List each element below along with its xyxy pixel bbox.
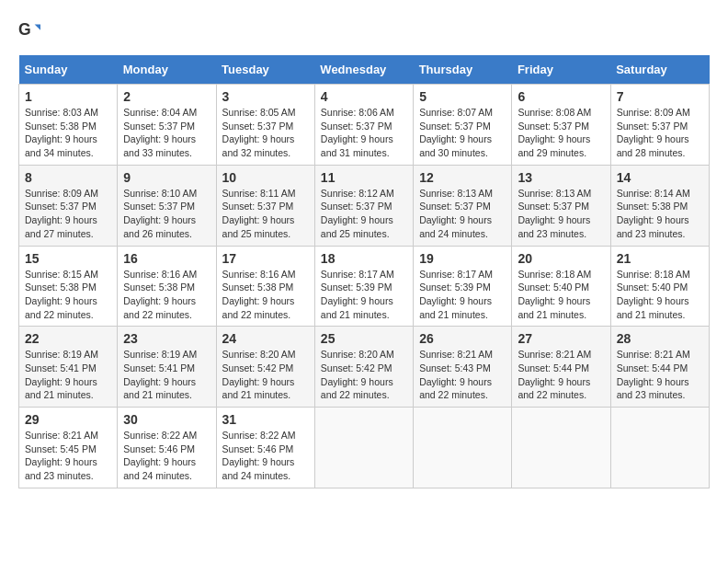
col-sunday: Sunday xyxy=(19,55,118,85)
day-info: Sunrise: 8:09 AM Sunset: 5:37 PM Dayligh… xyxy=(25,187,111,241)
day-number: 22 xyxy=(25,331,111,346)
day-number: 31 xyxy=(222,412,309,427)
table-row: 30 Sunrise: 8:22 AM Sunset: 5:46 PM Dayl… xyxy=(118,408,216,488)
table-row: 22 Sunrise: 8:19 AM Sunset: 5:41 PM Dayl… xyxy=(19,327,118,408)
col-friday: Friday xyxy=(512,55,610,85)
calendar-week-row: 1 Sunrise: 8:03 AM Sunset: 5:38 PM Dayli… xyxy=(19,85,710,166)
day-number: 8 xyxy=(25,170,111,185)
day-info: Sunrise: 8:22 AM Sunset: 5:46 PM Dayligh… xyxy=(123,429,210,483)
table-row: 9 Sunrise: 8:10 AM Sunset: 5:37 PM Dayli… xyxy=(118,165,216,246)
day-number: 17 xyxy=(222,251,309,266)
day-info: Sunrise: 8:19 AM Sunset: 5:41 PM Dayligh… xyxy=(25,348,111,402)
day-number: 5 xyxy=(419,89,506,104)
calendar-table: Sunday Monday Tuesday Wednesday Thursday… xyxy=(18,55,710,488)
day-number: 28 xyxy=(617,331,703,346)
day-info: Sunrise: 8:16 AM Sunset: 5:38 PM Dayligh… xyxy=(222,268,309,322)
logo: G xyxy=(18,18,44,40)
svg-text:G: G xyxy=(18,20,31,39)
day-info: Sunrise: 8:12 AM Sunset: 5:37 PM Dayligh… xyxy=(321,187,407,241)
table-row: 1 Sunrise: 8:03 AM Sunset: 5:38 PM Dayli… xyxy=(19,85,118,166)
day-info: Sunrise: 8:16 AM Sunset: 5:38 PM Dayligh… xyxy=(123,268,210,322)
day-number: 15 xyxy=(25,251,111,266)
day-number: 24 xyxy=(222,331,309,346)
day-info: Sunrise: 8:08 AM Sunset: 5:37 PM Dayligh… xyxy=(518,106,604,160)
table-row: 21 Sunrise: 8:18 AM Sunset: 5:40 PM Dayl… xyxy=(610,246,709,327)
table-row xyxy=(512,408,610,488)
day-info: Sunrise: 8:14 AM Sunset: 5:38 PM Dayligh… xyxy=(617,187,703,241)
table-row: 3 Sunrise: 8:05 AM Sunset: 5:37 PM Dayli… xyxy=(216,85,314,166)
day-number: 9 xyxy=(123,170,210,185)
table-row: 24 Sunrise: 8:20 AM Sunset: 5:42 PM Dayl… xyxy=(216,327,314,408)
day-info: Sunrise: 8:22 AM Sunset: 5:46 PM Dayligh… xyxy=(222,429,309,483)
calendar-header-row: Sunday Monday Tuesday Wednesday Thursday… xyxy=(19,55,710,85)
table-row: 6 Sunrise: 8:08 AM Sunset: 5:37 PM Dayli… xyxy=(512,85,610,166)
table-row: 18 Sunrise: 8:17 AM Sunset: 5:39 PM Dayl… xyxy=(314,246,413,327)
day-number: 12 xyxy=(419,170,506,185)
table-row: 25 Sunrise: 8:20 AM Sunset: 5:42 PM Dayl… xyxy=(314,327,413,408)
svg-marker-1 xyxy=(35,24,40,29)
day-number: 13 xyxy=(518,170,604,185)
table-row: 16 Sunrise: 8:16 AM Sunset: 5:38 PM Dayl… xyxy=(118,246,216,327)
day-info: Sunrise: 8:15 AM Sunset: 5:38 PM Dayligh… xyxy=(25,268,111,322)
day-info: Sunrise: 8:13 AM Sunset: 5:37 PM Dayligh… xyxy=(419,187,506,241)
day-info: Sunrise: 8:18 AM Sunset: 5:40 PM Dayligh… xyxy=(617,268,703,322)
table-row: 29 Sunrise: 8:21 AM Sunset: 5:45 PM Dayl… xyxy=(19,408,118,488)
table-row: 17 Sunrise: 8:16 AM Sunset: 5:38 PM Dayl… xyxy=(216,246,314,327)
col-wednesday: Wednesday xyxy=(314,55,413,85)
day-number: 29 xyxy=(25,412,111,427)
table-row: 26 Sunrise: 8:21 AM Sunset: 5:43 PM Dayl… xyxy=(414,327,512,408)
table-row: 4 Sunrise: 8:06 AM Sunset: 5:37 PM Dayli… xyxy=(314,85,413,166)
day-number: 21 xyxy=(617,251,703,266)
day-number: 4 xyxy=(321,89,407,104)
day-info: Sunrise: 8:21 AM Sunset: 5:43 PM Dayligh… xyxy=(419,348,506,402)
col-tuesday: Tuesday xyxy=(216,55,314,85)
table-row: 28 Sunrise: 8:21 AM Sunset: 5:44 PM Dayl… xyxy=(610,327,709,408)
col-thursday: Thursday xyxy=(414,55,512,85)
day-info: Sunrise: 8:21 AM Sunset: 5:45 PM Dayligh… xyxy=(25,429,111,483)
day-info: Sunrise: 8:19 AM Sunset: 5:41 PM Dayligh… xyxy=(123,348,210,402)
day-info: Sunrise: 8:09 AM Sunset: 5:37 PM Dayligh… xyxy=(617,106,703,160)
table-row: 20 Sunrise: 8:18 AM Sunset: 5:40 PM Dayl… xyxy=(512,246,610,327)
table-row: 7 Sunrise: 8:09 AM Sunset: 5:37 PM Dayli… xyxy=(610,85,709,166)
header: G xyxy=(18,18,710,40)
day-info: Sunrise: 8:10 AM Sunset: 5:37 PM Dayligh… xyxy=(123,187,210,241)
day-number: 14 xyxy=(617,170,703,185)
logo-icon: G xyxy=(18,18,40,40)
table-row: 31 Sunrise: 8:22 AM Sunset: 5:46 PM Dayl… xyxy=(216,408,314,488)
day-number: 7 xyxy=(617,89,703,104)
day-number: 10 xyxy=(222,170,309,185)
day-info: Sunrise: 8:07 AM Sunset: 5:37 PM Dayligh… xyxy=(419,106,506,160)
table-row: 2 Sunrise: 8:04 AM Sunset: 5:37 PM Dayli… xyxy=(118,85,216,166)
day-number: 18 xyxy=(321,251,407,266)
day-info: Sunrise: 8:18 AM Sunset: 5:40 PM Dayligh… xyxy=(518,268,604,322)
calendar-week-row: 15 Sunrise: 8:15 AM Sunset: 5:38 PM Dayl… xyxy=(19,246,710,327)
table-row xyxy=(414,408,512,488)
day-info: Sunrise: 8:03 AM Sunset: 5:38 PM Dayligh… xyxy=(25,106,111,160)
table-row: 23 Sunrise: 8:19 AM Sunset: 5:41 PM Dayl… xyxy=(118,327,216,408)
table-row: 13 Sunrise: 8:13 AM Sunset: 5:37 PM Dayl… xyxy=(512,165,610,246)
table-row xyxy=(610,408,709,488)
day-number: 3 xyxy=(222,89,309,104)
day-info: Sunrise: 8:05 AM Sunset: 5:37 PM Dayligh… xyxy=(222,106,309,160)
day-number: 16 xyxy=(123,251,210,266)
day-info: Sunrise: 8:06 AM Sunset: 5:37 PM Dayligh… xyxy=(321,106,407,160)
day-info: Sunrise: 8:20 AM Sunset: 5:42 PM Dayligh… xyxy=(321,348,407,402)
day-number: 19 xyxy=(419,251,506,266)
table-row: 8 Sunrise: 8:09 AM Sunset: 5:37 PM Dayli… xyxy=(19,165,118,246)
col-monday: Monday xyxy=(118,55,216,85)
day-number: 20 xyxy=(518,251,604,266)
table-row: 19 Sunrise: 8:17 AM Sunset: 5:39 PM Dayl… xyxy=(414,246,512,327)
day-info: Sunrise: 8:13 AM Sunset: 5:37 PM Dayligh… xyxy=(518,187,604,241)
table-row: 14 Sunrise: 8:14 AM Sunset: 5:38 PM Dayl… xyxy=(610,165,709,246)
table-row: 27 Sunrise: 8:21 AM Sunset: 5:44 PM Dayl… xyxy=(512,327,610,408)
day-number: 2 xyxy=(123,89,210,104)
calendar-week-row: 8 Sunrise: 8:09 AM Sunset: 5:37 PM Dayli… xyxy=(19,165,710,246)
day-number: 1 xyxy=(25,89,111,104)
calendar-week-row: 29 Sunrise: 8:21 AM Sunset: 5:45 PM Dayl… xyxy=(19,408,710,488)
day-number: 25 xyxy=(321,331,407,346)
day-number: 30 xyxy=(123,412,210,427)
table-row xyxy=(314,408,413,488)
day-info: Sunrise: 8:11 AM Sunset: 5:37 PM Dayligh… xyxy=(222,187,309,241)
day-number: 6 xyxy=(518,89,604,104)
table-row: 5 Sunrise: 8:07 AM Sunset: 5:37 PM Dayli… xyxy=(414,85,512,166)
